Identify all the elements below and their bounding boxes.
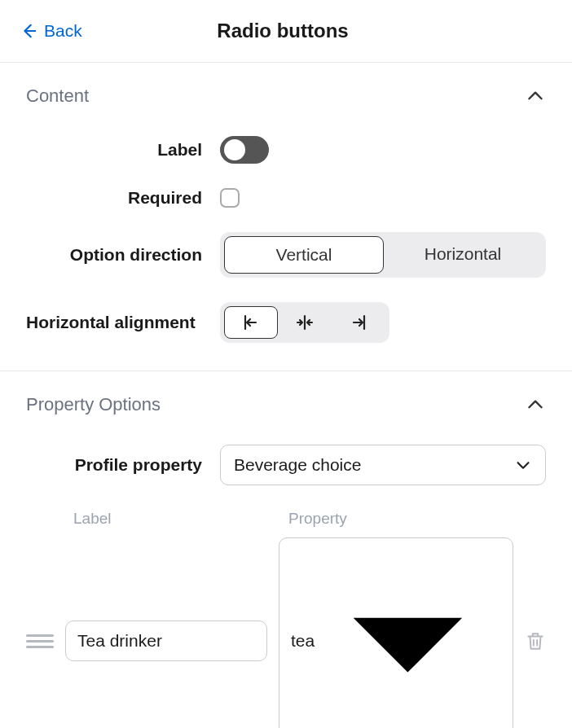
label-field-label: Label [26,140,220,160]
option-direction-segmented: Vertical Horizontal [220,232,546,278]
option-direction-label: Option direction [26,245,220,265]
option-direction-horizontal[interactable]: Horizontal [384,236,542,274]
align-center-button[interactable] [278,306,332,339]
alignment-segmented [220,302,389,343]
column-label-header: Label [65,510,280,528]
property-label-input[interactable] [65,621,267,661]
profile-property-value: Beverage choice [234,455,361,475]
property-value-text: tea [291,631,315,651]
chevron-down-icon [514,456,532,474]
back-arrow-icon [20,22,37,40]
horizontal-alignment-label-text: Horizontal alignment [26,313,196,331]
section-header-content[interactable]: Content [26,86,546,107]
page-title: Radio buttons [217,20,348,42]
section-header-property-options[interactable]: Property Options [26,394,546,415]
section-title-property-options: Property Options [26,394,161,415]
profile-property-label: Profile property [26,455,220,475]
chevron-up-icon [525,394,546,415]
drag-handle-icon[interactable] [26,634,54,648]
chevron-down-icon [315,548,501,728]
required-field-label: Required [26,188,220,208]
back-button[interactable]: Back [20,21,82,41]
back-label: Back [44,21,82,41]
trash-icon[interactable] [525,630,546,651]
align-center-icon [295,313,315,332]
align-right-icon [349,313,368,332]
property-value-select[interactable]: tea [279,537,513,728]
horizontal-alignment-label: Horizontal alignment [26,311,220,334]
section-title-content: Content [26,86,89,107]
profile-property-select[interactable]: Beverage choice [220,445,546,485]
required-checkbox[interactable] [220,188,240,208]
label-toggle[interactable] [220,136,269,164]
column-property-header: Property [280,510,513,528]
toggle-knob [224,139,245,160]
option-direction-vertical[interactable]: Vertical [224,236,384,274]
align-left-icon [241,313,261,332]
align-right-button[interactable] [332,306,385,339]
chevron-up-icon [525,86,546,107]
align-left-button[interactable] [224,306,278,339]
